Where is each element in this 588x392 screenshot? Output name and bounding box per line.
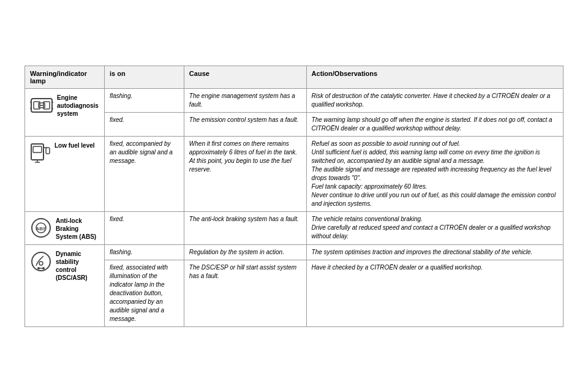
- action-cell: The system optimises traction and improv…: [306, 244, 563, 260]
- table-row: ABS Anti-lock Braking System (ABS)fixed.…: [25, 211, 564, 244]
- dsc-icon: [30, 250, 52, 276]
- table-row: Dynamic stability control (DSC/ASR)flash…: [25, 244, 564, 260]
- is-on-cell: flashing.: [104, 244, 184, 260]
- header-action: Action/Observations: [306, 66, 563, 88]
- svg-text:ABS: ABS: [36, 226, 47, 232]
- cause-cell: Regulation by the system in action.: [184, 244, 306, 260]
- svg-rect-10: [33, 146, 42, 153]
- table-row: fixed, associated with illumination of t…: [25, 260, 564, 326]
- action-cell: Risk of destruction of the catalytic con…: [306, 88, 563, 112]
- cause-cell: The DSC/ESP or hill start assist system …: [184, 260, 306, 326]
- header-is-on: is on: [104, 66, 184, 88]
- svg-point-20: [37, 267, 40, 270]
- table-row: Engine autodiagnosis systemflashing.The …: [25, 88, 564, 112]
- warning-name-engine: Engine autodiagnosis system: [57, 94, 99, 118]
- warning-name-dsc: Dynamic stability control (DSC/ASR): [56, 250, 99, 282]
- header-cause: Cause: [184, 66, 306, 88]
- fuel-icon: [30, 141, 51, 167]
- svg-point-19: [39, 262, 43, 265]
- engine-icon: [30, 94, 53, 119]
- warning-cell-engine: Engine autodiagnosis system: [25, 88, 105, 136]
- page-wrapper: Warning/indicator lamp is on Cause Actio…: [24, 66, 564, 327]
- warning-name-abs: Anti-lock Braking System (ABS): [56, 217, 99, 241]
- action-cell: The warning lamp should go off when the …: [306, 112, 563, 136]
- abs-icon: ABS: [30, 217, 52, 241]
- cause-cell: When it first comes on there remains app…: [184, 136, 306, 211]
- cause-cell: The engine management system has a fault…: [184, 88, 306, 112]
- action-cell: Refuel as soon as possible to avoid runn…: [306, 136, 563, 211]
- cause-cell: The anti-lock braking system has a fault…: [184, 211, 306, 244]
- table-row: fixed.The emission control system has a …: [25, 112, 564, 136]
- warning-cell-abs: ABS Anti-lock Braking System (ABS): [25, 211, 105, 244]
- header-warning-lamp: Warning/indicator lamp: [25, 66, 105, 88]
- action-cell: The vehicle retains conventional braking…: [306, 211, 563, 244]
- svg-point-21: [42, 267, 45, 270]
- is-on-cell: fixed.: [104, 211, 184, 244]
- is-on-cell: fixed.: [104, 112, 184, 136]
- warning-name-fuel: Low fuel level: [55, 141, 95, 149]
- svg-rect-12: [46, 148, 50, 154]
- is-on-cell: fixed, associated with illumination of t…: [104, 260, 184, 326]
- is-on-cell: flashing.: [104, 88, 184, 112]
- warning-table: Warning/indicator lamp is on Cause Actio…: [24, 66, 564, 327]
- warning-cell-dsc: Dynamic stability control (DSC/ASR): [25, 244, 105, 326]
- action-cell: Have it checked by a CITROËN dealer or a…: [306, 260, 563, 326]
- table-header-row: Warning/indicator lamp is on Cause Actio…: [25, 66, 564, 88]
- table-row: Low fuel levelfixed, accompanied by an a…: [25, 136, 564, 211]
- warning-cell-fuel: Low fuel level: [25, 136, 105, 211]
- is-on-cell: fixed, accompanied by an audible signal …: [104, 136, 184, 211]
- cause-cell: The emission control system has a fault.: [184, 112, 306, 136]
